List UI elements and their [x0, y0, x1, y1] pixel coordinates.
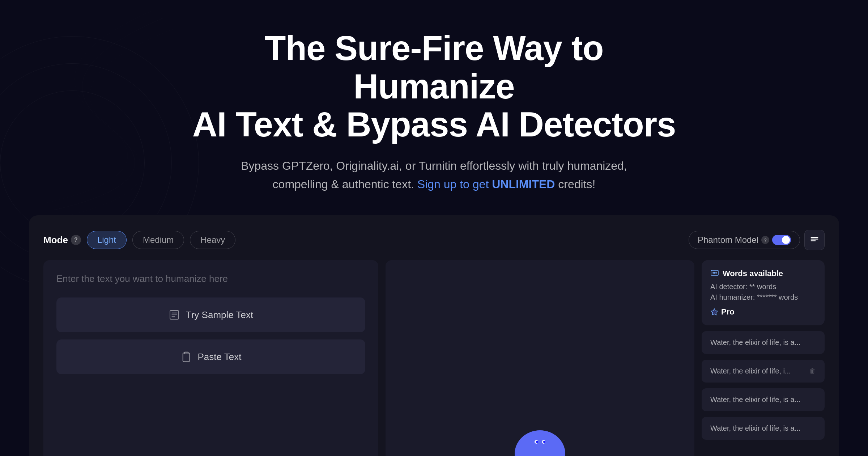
hero-subtitle: Bypass GPTZero, Originality.ai, or Turni…: [181, 157, 687, 194]
history-icon-button[interactable]: [804, 230, 825, 250]
mode-heavy-button[interactable]: Heavy: [190, 231, 235, 249]
ai-humanizer-words: AI humanizer: ******* words: [710, 293, 816, 301]
mode-label: Mode ?: [43, 235, 81, 246]
avatar-eyes: [531, 438, 549, 447]
avatar-face: [531, 438, 549, 447]
right-panel: [386, 260, 694, 456]
page-wrapper: The Sure-Fire Way to Humanize AI Text & …: [0, 0, 868, 456]
svg-point-9: [714, 272, 715, 274]
mode-bar: Mode ? Light Medium Heavy Phantom Model …: [43, 230, 825, 250]
words-card-title: Words available: [710, 269, 816, 278]
avatar-container: [515, 430, 565, 456]
try-sample-text-button[interactable]: Try Sample Text: [56, 297, 365, 332]
history-item[interactable]: Water, the elixir of life, is a...: [702, 388, 825, 411]
svg-point-5: [536, 441, 538, 443]
hero-section: The Sure-Fire Way to Humanize AI Text & …: [181, 29, 687, 194]
hero-title: The Sure-Fire Way to Humanize AI Text & …: [181, 29, 687, 144]
mode-light-button[interactable]: Light: [87, 231, 127, 249]
delete-icon[interactable]: 🗑: [809, 367, 816, 375]
words-icon: [710, 269, 719, 278]
input-placeholder-text: Enter the text you want to humanize here: [56, 273, 365, 284]
svg-point-8: [712, 272, 714, 274]
paste-text-button[interactable]: Paste Text: [56, 339, 365, 374]
signup-link[interactable]: Sign up to get UNLIMITED: [417, 178, 558, 191]
mode-help-icon[interactable]: ?: [71, 235, 81, 245]
phantom-model-label: Phantom Model ?: [689, 231, 800, 249]
history-icon: [809, 235, 820, 245]
phantom-model-toggle[interactable]: [772, 235, 791, 245]
avatar-shape: [515, 430, 565, 456]
ai-detector-words: AI detector: ** words: [710, 283, 816, 291]
history-item[interactable]: Water, the elixir of life, is a...: [702, 331, 825, 354]
words-available-card: Words available AI detector: ** words AI…: [702, 260, 825, 325]
paste-icon: [180, 351, 192, 363]
pro-icon: [710, 308, 718, 316]
mode-left: Mode ? Light Medium Heavy: [43, 231, 235, 249]
content-area: Enter the text you want to humanize here…: [43, 260, 825, 456]
phantom-help-icon[interactable]: ?: [761, 236, 769, 244]
history-item[interactable]: Water, the elixir of life, i... 🗑: [702, 360, 825, 383]
toggle-knob: [782, 236, 790, 244]
svg-point-10: [715, 272, 717, 274]
mode-medium-button[interactable]: Medium: [132, 231, 184, 249]
pro-badge: Pro: [710, 307, 816, 317]
mode-right: Phantom Model ?: [689, 230, 825, 250]
sidebar: Words available AI detector: ** words AI…: [702, 260, 825, 456]
left-panel: Enter the text you want to humanize here…: [43, 260, 378, 456]
history-item[interactable]: Water, the elixir of life, is a...: [702, 417, 825, 440]
svg-point-6: [543, 441, 545, 443]
tool-container: Mode ? Light Medium Heavy Phantom Model …: [29, 215, 839, 456]
sample-text-icon: [169, 309, 180, 321]
